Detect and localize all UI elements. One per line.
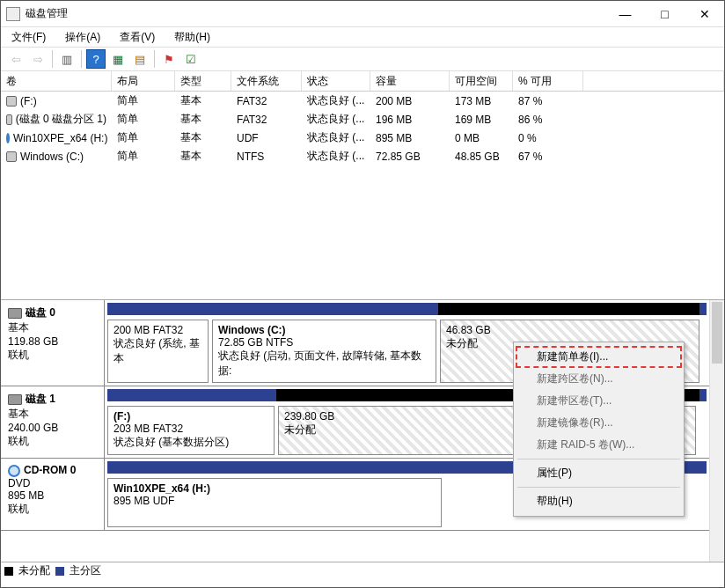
table-row[interactable]: (磁盘 0 磁盘分区 1)简单基本FAT32状态良好 (...196 MB169… — [1, 110, 724, 129]
menubar: 文件(F) 操作(A) 查看(V) 帮助(H) — [1, 27, 724, 47]
cell-type: 基本 — [175, 111, 231, 128]
menu-action[interactable]: 操作(A) — [62, 28, 104, 47]
table-row[interactable]: Windows (C:)简单基本NTFS状态良好 (...72.85 GB48.… — [1, 147, 724, 165]
cell-capacity: 196 MB — [370, 111, 450, 128]
drive-icon — [6, 96, 17, 107]
menu-view[interactable]: 查看(V) — [116, 28, 158, 47]
col-volume[interactable]: 卷 — [1, 71, 112, 91]
disk-name: 磁盘 1 — [26, 393, 55, 405]
cell-type: 基本 — [175, 148, 231, 165]
disk-kind: 基本 — [8, 320, 97, 335]
partition-title: Win10XPE_x64 (H:) — [114, 482, 436, 495]
context-menu: 新建简单卷(I)... 新建跨区卷(N)... 新建带区卷(T)... 新建镜像… — [513, 342, 685, 517]
menu-new-striped-volume: 新建带区卷(T)... — [516, 390, 682, 412]
action-button[interactable]: ⚑ — [159, 49, 179, 69]
cd-icon — [8, 465, 20, 477]
disk-kind: 基本 — [8, 407, 97, 422]
menu-file[interactable]: 文件(F) — [8, 28, 49, 47]
legend-swatch-unallocated — [4, 567, 13, 576]
cell-free: 0 MB — [450, 129, 513, 146]
disk-header[interactable]: 磁盘 0基本119.88 GB联机 — [1, 300, 105, 386]
cd-icon — [6, 133, 10, 143]
table-header: 卷 布局 类型 文件系统 状态 容量 可用空间 % 可用 — [1, 71, 724, 92]
cell-fs: UDF — [231, 129, 302, 146]
cell-fs: FAT32 — [231, 111, 302, 128]
cell-pct: 86 % — [513, 111, 583, 128]
help-icon[interactable]: ? — [86, 49, 106, 69]
minimize-button[interactable]: — — [605, 1, 645, 26]
disk-icon — [8, 394, 22, 405]
rescan-button[interactable]: ▤ — [130, 49, 150, 69]
partition[interactable]: Windows (C:)72.85 GB NTFS状态良好 (启动, 页面文件,… — [212, 320, 436, 383]
col-layout[interactable]: 布局 — [112, 71, 175, 91]
menu-new-spanned-volume: 新建跨区卷(N)... — [516, 368, 682, 390]
cell-status: 状态良好 (... — [302, 129, 370, 146]
cell-fs: NTFS — [231, 148, 302, 165]
disk-header[interactable]: 磁盘 1基本240.00 GB联机 — [1, 386, 105, 458]
table-row[interactable]: Win10XPE_x64 (H:)简单基本UDF状态良好 (...895 MB0… — [1, 129, 724, 147]
table-row[interactable]: (F:)简单基本FAT32状态良好 (...200 MB173 MB87 % — [1, 92, 724, 110]
cell-layout: 简单 — [112, 111, 175, 128]
partition[interactable]: Win10XPE_x64 (H:)895 MB UDF — [107, 478, 442, 527]
disk-kind: DVD — [8, 477, 97, 489]
legend-primary: 主分区 — [70, 563, 101, 578]
cell-layout: 简单 — [112, 129, 175, 146]
cell-pct: 87 % — [513, 92, 583, 109]
partition-size: 203 MB FAT32 — [114, 423, 268, 435]
cell-free: 169 MB — [450, 111, 513, 128]
cell-status: 状态良好 (... — [302, 148, 370, 165]
cell-volume: Windows (C:) — [20, 151, 84, 163]
app-icon — [6, 7, 20, 21]
cell-fs: FAT32 — [231, 92, 302, 109]
disk-size: 895 MB — [8, 489, 97, 502]
disk-header[interactable]: CD-ROM 0DVD895 MB联机 — [1, 459, 105, 530]
partition-status: 状态良好 (基本数据分区) — [114, 435, 268, 450]
col-fs[interactable]: 文件系统 — [231, 71, 302, 91]
cell-free: 173 MB — [450, 92, 513, 109]
back-button[interactable]: ⇦ — [6, 49, 26, 69]
col-type[interactable]: 类型 — [175, 71, 231, 91]
cell-layout: 简单 — [112, 92, 175, 109]
cell-capacity: 895 MB — [370, 129, 450, 146]
scroll-thumb[interactable] — [712, 302, 722, 364]
menu-new-simple-volume[interactable]: 新建简单卷(I)... — [516, 346, 682, 368]
col-free[interactable]: 可用空间 — [450, 71, 513, 91]
menu-new-raid5-volume: 新建 RAID-5 卷(W)... — [516, 434, 682, 456]
window-title: 磁盘管理 — [26, 6, 605, 21]
menu-new-mirrored-volume: 新建镜像卷(R)... — [516, 412, 682, 434]
partition-status: 状态良好 (系统, 基本 — [114, 336, 202, 366]
cell-capacity: 200 MB — [370, 92, 450, 109]
menu-help[interactable]: 帮助(H) — [171, 28, 214, 47]
col-pctfree[interactable]: % 可用 — [513, 71, 583, 91]
partition-size: 200 MB FAT32 — [114, 324, 202, 336]
cell-type: 基本 — [175, 92, 231, 109]
refresh-button[interactable]: ▦ — [108, 49, 128, 69]
disk-headerbar — [107, 303, 707, 315]
close-button[interactable]: ✕ — [685, 1, 724, 26]
cell-type: 基本 — [175, 129, 231, 146]
col-status[interactable]: 状态 — [302, 71, 370, 91]
partition-size: 895 MB UDF — [114, 495, 436, 507]
scrollbar[interactable] — [709, 300, 724, 562]
menu-properties[interactable]: 属性(P) — [516, 462, 682, 484]
disk-size: 240.00 GB — [8, 422, 97, 434]
disk-icon — [8, 308, 22, 319]
partition-status: 状态良好 (启动, 页面文件, 故障转储, 基本数据: — [218, 349, 430, 379]
settings-button[interactable]: ☑ — [181, 49, 201, 69]
cell-capacity: 72.85 GB — [370, 148, 450, 165]
disk-size: 119.88 GB — [8, 335, 97, 348]
partition[interactable]: 200 MB FAT32状态良好 (系统, 基本 — [107, 320, 209, 383]
forward-button[interactable]: ⇨ — [28, 49, 48, 69]
partition-title: Windows (C:) — [218, 324, 430, 336]
cell-layout: 简单 — [112, 148, 175, 165]
menu-help[interactable]: 帮助(H) — [516, 490, 682, 512]
partition-title: (F:) — [114, 410, 268, 423]
table-body: (F:)简单基本FAT32状态良好 (...200 MB173 MB87 %(磁… — [1, 92, 724, 165]
col-capacity[interactable]: 容量 — [370, 71, 450, 91]
maximize-button[interactable]: □ — [645, 1, 685, 26]
show-hide-button[interactable]: ▥ — [57, 49, 77, 69]
cell-volume: (磁盘 0 磁盘分区 1) — [16, 112, 106, 127]
cell-volume: Win10XPE_x64 (H:) — [13, 132, 107, 144]
drive-icon — [6, 114, 12, 125]
partition[interactable]: (F:)203 MB FAT32状态良好 (基本数据分区) — [107, 406, 275, 455]
